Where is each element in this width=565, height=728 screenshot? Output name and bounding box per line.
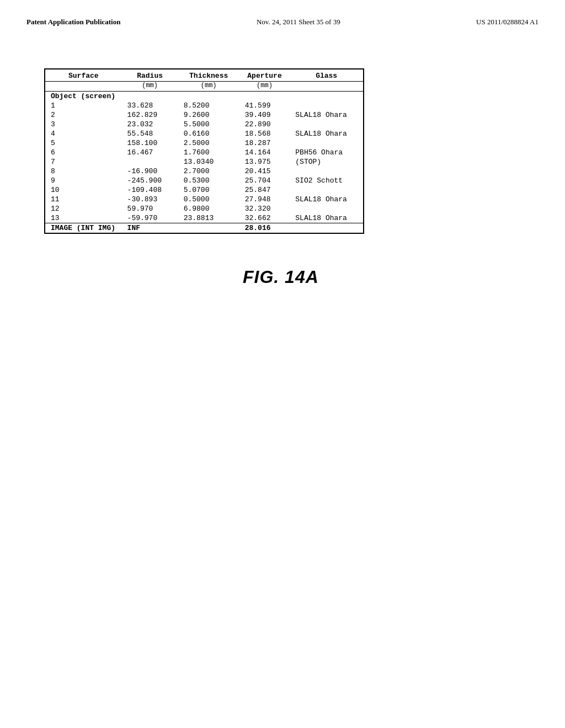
glass-7: (STOP) (290, 157, 363, 167)
radius-9: -245.900 (122, 176, 178, 185)
table-row: 8 -16.900 2.7000 20.415 (45, 167, 363, 176)
table-row: 9 -245.900 0.5300 25.704 SIO2 Schott (45, 176, 363, 185)
thickness-7: 13.0340 (178, 157, 239, 167)
thickness-8: 2.7000 (178, 167, 239, 176)
surface-9: 9 (45, 176, 122, 185)
object-label: Object (screen) (45, 92, 363, 101)
radius-2: 162.829 (122, 110, 178, 120)
col-header-radius: Radius (122, 69, 178, 82)
glass-image (290, 223, 363, 233)
data-table-wrapper: Surface Radius Thickness Aperture Glass … (44, 68, 364, 234)
thickness-9: 0.5300 (178, 176, 239, 185)
main-content: Surface Radius Thickness Aperture Glass … (0, 35, 565, 309)
object-row: Object (screen) (45, 92, 363, 101)
radius-8: -16.900 (122, 167, 178, 176)
publication-date-sheet: Nov. 24, 2011 Sheet 35 of 39 (257, 18, 340, 26)
thickness-5: 2.5000 (178, 138, 239, 148)
surface-10: 10 (45, 185, 122, 195)
glass-8 (290, 167, 363, 176)
aperture-12: 32.320 (239, 204, 290, 213)
radius-11: -30.893 (122, 195, 178, 204)
glass-3 (290, 120, 363, 129)
patent-number: US 2011/0288824 A1 (476, 18, 539, 26)
surface-4: 4 (45, 129, 122, 138)
radius-10: -109.408 (122, 185, 178, 195)
radius-4: 55.548 (122, 129, 178, 138)
table-row: 13 -59.970 23.8813 32.662 SLAL18 Ohara (45, 213, 363, 223)
radius-3: 23.032 (122, 120, 178, 129)
radius-7 (122, 157, 178, 167)
table-row: 11 -30.893 0.5000 27.948 SLAL18 Ohara (45, 195, 363, 204)
aperture-9: 25.704 (239, 176, 290, 185)
table-row: 3 23.032 5.5000 22.890 (45, 120, 363, 129)
glass-9: SIO2 Schott (290, 176, 363, 185)
table-row: 10 -109.408 5.0700 25.847 (45, 185, 363, 195)
aperture-8: 20.415 (239, 167, 290, 176)
col-header-aperture: Aperture (239, 69, 290, 82)
thickness-4: 0.6160 (178, 129, 239, 138)
thickness-10: 5.0700 (178, 185, 239, 195)
surface-12: 12 (45, 204, 122, 213)
table-row: 2 162.829 9.2600 39.409 SLAL18 Ohara (45, 110, 363, 120)
thickness-12: 6.9800 (178, 204, 239, 213)
unit-glass (290, 82, 363, 92)
table-row: 4 55.548 0.6160 18.568 SLAL18 Ohara (45, 129, 363, 138)
unit-thickness: (mm) (178, 82, 239, 92)
aperture-image: 28.016 (239, 223, 290, 233)
thickness-6: 1.7600 (178, 148, 239, 157)
image-row: IMAGE (INT IMG) INF 28.016 (45, 223, 363, 233)
surface-8: 8 (45, 167, 122, 176)
aperture-10: 25.847 (239, 185, 290, 195)
table-row: 1 33.628 8.5200 41.599 (45, 101, 363, 110)
glass-10 (290, 185, 363, 195)
surface-3: 3 (45, 120, 122, 129)
publisher-label: Patent Application Publication (26, 18, 120, 26)
surface-13: 13 (45, 213, 122, 223)
surface-6: 6 (45, 148, 122, 157)
unit-aperture: (mm) (239, 82, 290, 92)
aperture-5: 18.287 (239, 138, 290, 148)
radius-6: 16.467 (122, 148, 178, 157)
thickness-13: 23.8813 (178, 213, 239, 223)
surface-5: 5 (45, 138, 122, 148)
col-header-thickness: Thickness (178, 69, 239, 82)
thickness-3: 5.5000 (178, 120, 239, 129)
aperture-7: 13.975 (239, 157, 290, 167)
thickness-image (178, 223, 239, 233)
surface-image: IMAGE (INT IMG) (45, 223, 122, 233)
unit-radius: (mm) (122, 82, 178, 92)
glass-4: SLAL18 Ohara (290, 129, 363, 138)
thickness-11: 0.5000 (178, 195, 239, 204)
glass-2: SLAL18 Ohara (290, 110, 363, 120)
thickness-2: 9.2600 (178, 110, 239, 120)
table-row: 7 13.0340 13.975 (STOP) (45, 157, 363, 167)
radius-image: INF (122, 223, 178, 233)
glass-6: PBH56 Ohara (290, 148, 363, 157)
radius-12: 59.970 (122, 204, 178, 213)
radius-1: 33.628 (122, 101, 178, 110)
optical-data-table: Surface Radius Thickness Aperture Glass … (45, 69, 363, 233)
col-header-surface: Surface (45, 69, 122, 82)
surface-2: 2 (45, 110, 122, 120)
aperture-2: 39.409 (239, 110, 290, 120)
glass-1 (290, 101, 363, 110)
radius-5: 158.100 (122, 138, 178, 148)
aperture-4: 18.568 (239, 129, 290, 138)
aperture-11: 27.948 (239, 195, 290, 204)
figure-label: FIG. 14A (243, 267, 319, 287)
surface-11: 11 (45, 195, 122, 204)
aperture-3: 22.890 (239, 120, 290, 129)
surface-7: 7 (45, 157, 122, 167)
col-header-glass: Glass (290, 69, 363, 82)
aperture-1: 41.599 (239, 101, 290, 110)
unit-surface (45, 82, 122, 92)
aperture-6: 14.164 (239, 148, 290, 157)
glass-13: SLAL18 Ohara (290, 213, 363, 223)
table-row: 5 158.100 2.5000 18.287 (45, 138, 363, 148)
aperture-13: 32.662 (239, 213, 290, 223)
surface-1: 1 (45, 101, 122, 110)
thickness-1: 8.5200 (178, 101, 239, 110)
glass-12 (290, 204, 363, 213)
table-row: 12 59.970 6.9800 32.320 (45, 204, 363, 213)
glass-11: SLAL18 Ohara (290, 195, 363, 204)
